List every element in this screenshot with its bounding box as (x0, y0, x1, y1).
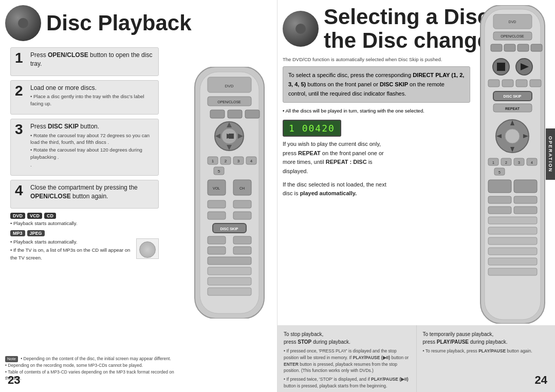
pause-box: To temporarily pause playback, press PLA… (416, 325, 556, 392)
svg-text:2: 2 (505, 161, 507, 164)
svg-rect-41 (208, 257, 251, 265)
svg-rect-7 (228, 110, 242, 118)
step-1-content: Press OPEN/CLOSE button to open the disc… (30, 51, 154, 68)
svg-rect-38 (233, 236, 251, 244)
svg-text:3: 3 (518, 161, 520, 164)
svg-rect-52 (504, 44, 515, 51)
svg-text:OPEN/CLOSE: OPEN/CLOSE (217, 100, 241, 104)
step-4-box: 4 Close the compartment by pressing the … (10, 180, 159, 209)
step-1-number: 1 (15, 51, 26, 65)
disc-icon-left (5, 5, 41, 41)
svg-rect-84 (514, 180, 537, 193)
mp3-badge-row: MP3 JPEG (10, 230, 159, 236)
step-3-detail2: • Rotate the carousel tray about 120 deg… (30, 146, 154, 160)
left-header: Disc Playback (5, 5, 272, 41)
page-number-right: 24 (535, 374, 547, 387)
step-4-content: Close the compartment by pressing the OP… (30, 183, 154, 201)
disc-icon-right (283, 11, 319, 47)
note-1: • Depending on the content of the disc, … (21, 356, 171, 361)
svg-rect-32 (233, 200, 251, 208)
note-area: Note • Depending on the content of the d… (5, 356, 179, 382)
stop-box: To stop playback, press STOP during play… (278, 325, 416, 392)
step-3-number: 3 (15, 122, 26, 137)
svg-rect-62 (530, 80, 541, 87)
step-3-title: Press DISC SKIP button. (30, 122, 154, 131)
svg-rect-89 (488, 217, 537, 224)
svg-rect-86 (514, 196, 537, 203)
note-label: Note (5, 356, 18, 362)
all-discs-note: • All the discs will be played in turn, … (283, 108, 470, 114)
step-2-number: 2 (15, 84, 26, 98)
svg-text:3: 3 (237, 159, 240, 163)
step-4-title: Close the compartment by pressing the OP… (30, 183, 154, 201)
step-3-box: 3 Press DISC SKIP button. • Rotate the c… (10, 119, 159, 176)
svg-text:2: 2 (225, 159, 227, 163)
stop-subtitle: press STOP during playback. (284, 338, 410, 346)
svg-text:OPEN/CLOSE: OPEN/CLOSE (501, 34, 524, 38)
display-box: 1 00420 (283, 120, 341, 137)
stop-detail-2: • If pressed twice, 'STOP' is displayed,… (284, 376, 410, 389)
svg-text:DVD: DVD (225, 84, 234, 88)
step-1-box: 1 Press OPEN/CLOSE button to open the di… (10, 47, 159, 76)
playback-auto-1: Playback starts automatically. (10, 220, 159, 227)
step-3: 3 Press DISC SKIP button. • Rotate the c… (15, 122, 154, 168)
svg-rect-8 (245, 110, 260, 118)
svg-text:REPEAT: REPEAT (505, 107, 520, 110)
repeat-text: If you wish to play the current disc onl… (283, 140, 388, 176)
stop-title: To stop playback, (284, 330, 410, 338)
pause-subtitle: press PLAY/PAUSE during playback. (423, 338, 549, 346)
svg-rect-33 (208, 212, 226, 219)
svg-text:DISC SKIP: DISC SKIP (220, 227, 238, 231)
svg-rect-83 (488, 180, 511, 193)
step-1-title: Press OPEN/CLOSE button to open the disc… (30, 51, 154, 68)
svg-rect-59 (488, 80, 499, 87)
steps-area: 1 Press OPEN/CLOSE button to open the di… (10, 47, 159, 263)
playback-auto-2: Playback starts automatically. (10, 238, 133, 246)
page-number-left: 23 (8, 374, 20, 387)
stop-detail-1: • If pressed once, 'PRESS PLAY' is displ… (284, 348, 410, 374)
step-3-detail3: . (30, 161, 154, 168)
right-subtitle: The DVD/CD function is automatically sel… (283, 57, 470, 62)
svg-text:5: 5 (218, 169, 220, 174)
right-page: Selecting a Disc in the Disc changer The… (278, 0, 555, 392)
svg-rect-34 (233, 212, 251, 219)
svg-rect-92 (488, 248, 537, 255)
operation-tab: OPERATION (546, 128, 555, 180)
svg-text:CH: CH (239, 186, 245, 190)
step-4: 4 Close the compartment by pressing the … (15, 183, 154, 201)
svg-rect-87 (488, 207, 511, 214)
svg-text:5: 5 (498, 171, 501, 174)
svg-text:1: 1 (492, 161, 494, 164)
pause-detail: • To resume playback, press PLAY/PAUSE b… (423, 348, 549, 354)
svg-rect-51 (491, 44, 502, 51)
svg-rect-43 (208, 277, 251, 285)
svg-rect-60 (502, 80, 513, 87)
svg-rect-88 (514, 207, 537, 214)
svg-rect-37 (208, 236, 226, 244)
svg-rect-39 (208, 247, 226, 254)
step-3-detail1: • Rotate the carousel tray about 72 degr… (30, 132, 154, 146)
svg-rect-53 (517, 44, 529, 51)
svg-text:VOL: VOL (213, 186, 220, 190)
mp3-badge: MP3 (10, 230, 25, 236)
svg-rect-91 (488, 237, 537, 245)
bottom-strip: To stop playback, press STOP during play… (278, 325, 555, 392)
svg-rect-94 (488, 268, 537, 275)
svg-text:DVD: DVD (509, 20, 516, 24)
left-page: Disc Playback 1 Press OPEN/CLOSE button … (0, 0, 278, 392)
svg-rect-12 (229, 134, 234, 139)
step-3-content: Press DISC SKIP button. • Rotate the car… (30, 122, 154, 168)
dvd-badge-row: DVD VCD CD (10, 213, 159, 219)
svg-point-68 (505, 129, 520, 143)
svg-text:4: 4 (250, 159, 253, 163)
step-2-content: Load one or more discs. • Place a disc g… (30, 84, 154, 107)
svg-rect-6 (210, 110, 225, 118)
svg-rect-54 (531, 44, 542, 51)
vcd-badge: VCD (27, 213, 42, 219)
auto-play-text: If the disc selected is not loaded, the … (283, 180, 388, 198)
highlight-box: To select a specific disc, press the cor… (283, 66, 470, 103)
svg-text:1: 1 (212, 159, 214, 163)
svg-rect-85 (488, 196, 511, 203)
svg-text:4: 4 (531, 161, 533, 164)
remote-control-left: DVD OPEN/CLOSE 1 2 3 (184, 67, 274, 319)
